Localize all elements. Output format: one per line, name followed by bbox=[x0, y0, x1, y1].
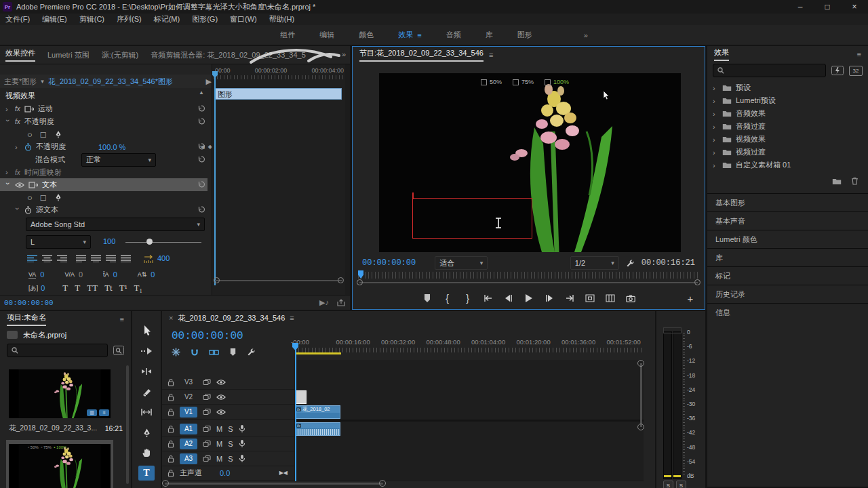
lock-icon[interactable] bbox=[167, 425, 174, 433]
ripple-edit-tool[interactable] bbox=[138, 364, 155, 379]
solo-button[interactable]: S bbox=[228, 440, 233, 448]
track-target-button[interactable]: A2 bbox=[180, 439, 197, 449]
master-gain-value[interactable]: 0.0 bbox=[220, 469, 230, 477]
go-to-out-button[interactable] bbox=[561, 291, 578, 306]
type-tool[interactable]: T bbox=[138, 466, 155, 481]
program-scrub-ruler[interactable] bbox=[358, 272, 699, 279]
text-style-button[interactable]: T₁ bbox=[134, 283, 142, 293]
sync-lock-icon[interactable] bbox=[203, 440, 211, 448]
play-indicator-icon[interactable]: ▶ bbox=[206, 77, 212, 86]
effects-folder-row[interactable]: › 自定义素材箱 01 bbox=[707, 159, 868, 171]
audio-track-header[interactable]: A2 M S bbox=[162, 436, 294, 451]
project-clip-row[interactable]: 花_2018_02_09_22_33_3... 16:21 bbox=[9, 424, 123, 433]
mic-icon[interactable] bbox=[239, 439, 245, 448]
text-style-button[interactable]: T bbox=[62, 283, 68, 293]
sync-lock-icon[interactable] bbox=[203, 455, 211, 463]
tsume-value[interactable]: 0 bbox=[41, 284, 45, 292]
ec-playhead[interactable] bbox=[214, 74, 216, 285]
panel-tab[interactable]: Lumetri 范围 bbox=[47, 50, 90, 60]
project-home-icon[interactable] bbox=[7, 331, 18, 339]
track-lane-a2[interactable] bbox=[294, 436, 644, 452]
workspace-tab[interactable]: 音频≡ bbox=[446, 30, 461, 40]
justify-last-right-icon[interactable] bbox=[106, 254, 116, 262]
track-target-button[interactable]: A1 bbox=[180, 424, 197, 434]
align-left-icon[interactable] bbox=[27, 254, 37, 262]
export-frame-button[interactable] bbox=[622, 291, 639, 306]
mute-button[interactable]: M bbox=[216, 425, 222, 433]
workspace-tab[interactable]: 颜色≡ bbox=[359, 30, 374, 40]
leading-value[interactable]: 0 bbox=[151, 270, 155, 279]
add-marker-button[interactable] bbox=[418, 291, 436, 306]
workspace-tab[interactable]: 组件≡ bbox=[280, 30, 295, 40]
effects-folder-row[interactable]: › 音频过渡 bbox=[707, 120, 868, 133]
selection-tool[interactable] bbox=[138, 323, 155, 338]
font-size-value[interactable]: 100 bbox=[103, 237, 115, 245]
eye-icon[interactable] bbox=[15, 182, 24, 188]
effect-row-opacity[interactable]: › fx 不透明度 bbox=[0, 115, 217, 128]
delete-bin-icon[interactable] bbox=[851, 177, 859, 185]
program-tab[interactable]: 节目:花_2018_02_09_22_33_34_546 bbox=[359, 48, 484, 62]
razor-tool[interactable] bbox=[138, 384, 155, 399]
solo-button[interactable]: S bbox=[228, 455, 233, 463]
solo-right-button[interactable]: S bbox=[676, 481, 686, 488]
param-row-opacity[interactable]: › 不透明度 100.0 % ◀ ◆ ▶ bbox=[0, 140, 226, 153]
mute-button[interactable]: M bbox=[216, 455, 222, 463]
mic-icon[interactable] bbox=[239, 454, 245, 463]
effects-folder-row[interactable]: › 视频过渡 bbox=[707, 146, 868, 159]
effect-row-text[interactable]: › 文本 bbox=[0, 178, 208, 191]
text-style-button[interactable]: TT bbox=[87, 283, 98, 293]
audio-track-header[interactable]: A3 M S bbox=[162, 451, 294, 466]
stopwatch-icon[interactable] bbox=[24, 143, 32, 151]
empty-lane-space[interactable] bbox=[294, 360, 644, 375]
menu-item[interactable]: 窗口(W) bbox=[230, 14, 257, 24]
sequence-tab[interactable]: 花_2018_02_09_22_33_34_546 bbox=[178, 313, 285, 323]
close-sequence-icon[interactable]: × bbox=[169, 314, 173, 322]
collapsed-panel-tab[interactable]: 标记 bbox=[707, 266, 868, 285]
snap-magnet-icon[interactable] bbox=[191, 348, 199, 357]
justify-last-center-icon[interactable] bbox=[91, 254, 101, 262]
settings-wrench-icon[interactable] bbox=[626, 259, 635, 268]
timeline-vscroll-handle-top[interactable] bbox=[637, 360, 644, 367]
menu-item[interactable]: 剪辑(C) bbox=[79, 14, 104, 24]
master-clip-label[interactable]: 主要*图形 bbox=[4, 77, 37, 87]
menu-item[interactable]: 标记(M) bbox=[154, 14, 180, 24]
lock-icon[interactable] bbox=[167, 378, 174, 386]
menu-item[interactable]: 序列(S) bbox=[117, 14, 142, 24]
effects-folder-row[interactable]: › 视频效果 bbox=[707, 133, 868, 146]
stopwatch-icon[interactable] bbox=[24, 206, 32, 214]
text-bounding-box[interactable] bbox=[412, 198, 532, 239]
effects-search-input[interactable] bbox=[727, 66, 821, 75]
sync-lock-icon[interactable] bbox=[203, 408, 211, 416]
timeline-vscroll-handle-bottom[interactable] bbox=[637, 424, 644, 430]
chevron-right-icon[interactable]: › bbox=[713, 136, 718, 144]
menu-item[interactable]: 编辑(E) bbox=[42, 14, 67, 24]
timeline-hscrollbar[interactable] bbox=[165, 483, 383, 485]
lock-icon[interactable] bbox=[167, 393, 174, 401]
reset-text-icon[interactable] bbox=[194, 180, 209, 188]
track-target-button[interactable]: V1 bbox=[180, 407, 197, 418]
video-clip-v1[interactable]: fx 花_2018_02 bbox=[295, 405, 340, 419]
panel-menu-icon[interactable]: ≡ bbox=[489, 51, 493, 59]
lock-icon[interactable] bbox=[167, 408, 174, 416]
track-lane-master[interactable] bbox=[294, 466, 644, 481]
justify-last-left-icon[interactable] bbox=[76, 254, 86, 262]
timeline-settings-wrench-icon[interactable] bbox=[247, 348, 256, 357]
tracking-value2[interactable]: 0 bbox=[79, 270, 83, 279]
project-clip-thumbnail-2[interactable]: ▫ 50% ▫ 75% ▪ 100% bbox=[9, 444, 111, 488]
track-lane-v1[interactable] bbox=[294, 405, 644, 420]
program-video-frame[interactable]: 50% 75% 100% bbox=[379, 73, 681, 252]
lock-icon[interactable] bbox=[167, 455, 174, 463]
graphic-clip-v2[interactable] bbox=[295, 390, 307, 404]
chevron-right-icon[interactable]: › bbox=[5, 105, 11, 113]
timeline-timecode[interactable]: 00:00:00:00 bbox=[172, 330, 243, 342]
rect-mask-icon[interactable]: □ bbox=[41, 192, 46, 203]
timeline-hscroll-handle-right[interactable] bbox=[379, 480, 386, 487]
panel-menu-icon[interactable]: ≡ bbox=[417, 31, 421, 39]
step-forward-button[interactable] bbox=[540, 291, 558, 306]
opacity-value[interactable]: 100.0 % bbox=[98, 143, 125, 151]
chevron-right-icon[interactable]: › bbox=[713, 148, 718, 157]
mark-in-button[interactable]: { bbox=[439, 291, 456, 306]
lock-icon[interactable] bbox=[167, 440, 174, 448]
go-to-in-button[interactable] bbox=[479, 291, 497, 306]
chevron-right-icon[interactable]: › bbox=[713, 84, 718, 92]
